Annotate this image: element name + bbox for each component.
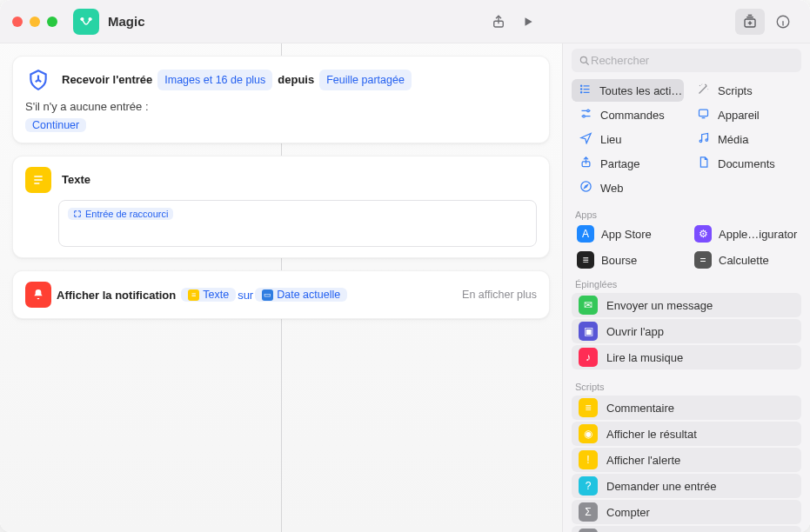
app-icon: A	[577, 225, 594, 243]
app-icon: ≡	[579, 398, 598, 417]
app-icon: !	[579, 450, 598, 469]
item-label: Afficher le résultat	[606, 428, 697, 441]
run-button[interactable]	[513, 9, 543, 35]
window-controls[interactable]	[12, 17, 57, 27]
category-safari[interactable]: Web	[572, 176, 684, 199]
action-text[interactable]: Texte Entrée de raccourci	[12, 156, 550, 258]
svg-point-15	[580, 182, 590, 191]
script-item[interactable]: ?Demander une entrée	[572, 474, 801, 498]
category-list[interactable]: Toutes les acti…	[572, 79, 684, 102]
svg-point-5	[580, 57, 586, 63]
script-item[interactable]: ΣCompter	[572, 500, 801, 524]
category-label: Lieu	[600, 133, 622, 146]
word-from: depuis	[278, 70, 314, 90]
item-label: App Store	[601, 228, 652, 241]
svg-point-1	[89, 17, 90, 19]
fullscreen-window-icon[interactable]	[47, 17, 57, 27]
app-icon: ♪	[579, 348, 598, 367]
text-variable-icon: ≡	[188, 289, 199, 301]
input-source-token[interactable]: Feuille partagée	[319, 70, 412, 91]
action-show-notification[interactable]: Afficher la notification ≡ Texte sur ▭ D…	[12, 270, 550, 319]
safari-icon	[579, 180, 592, 196]
script-item[interactable]: !Afficher l'alerte	[572, 448, 801, 472]
app-icon: ✉	[579, 296, 598, 315]
doc-icon	[696, 156, 710, 171]
close-window-icon[interactable]	[12, 17, 23, 27]
pinned-item[interactable]: ▣Ouvrir l'app	[572, 319, 801, 343]
section-pinned-label: Épinglées	[563, 274, 810, 291]
category-label: Scripts	[718, 84, 753, 97]
action-title-label: Texte	[62, 170, 90, 190]
svg-point-9	[586, 110, 589, 112]
date-variable-icon: ▭	[262, 289, 273, 301]
category-label: Web	[600, 182, 624, 195]
slider-icon	[579, 107, 592, 123]
action-receive-input[interactable]: Recevoir l'entrée Images et 16 de plus d…	[12, 56, 550, 143]
app-icon: Σ	[579, 502, 598, 522]
item-label: Envoyer un message	[606, 299, 713, 312]
pinned-item[interactable]: ✉Envoyer un message	[572, 293, 801, 317]
text-input-field[interactable]: Entrée de raccourci	[58, 200, 537, 247]
device-icon	[696, 107, 710, 123]
share-button[interactable]	[484, 9, 513, 35]
script-item[interactable]: ☰Choisir dans le menu	[572, 526, 801, 532]
item-label: Apple…igurator	[719, 228, 797, 241]
notification-text-token[interactable]: ≡ Texte	[181, 288, 236, 302]
app-item[interactable]: =Calculette	[689, 248, 801, 272]
category-label: Média	[718, 133, 748, 146]
app-icon: ?	[579, 476, 598, 495]
category-nav[interactable]: Lieu	[572, 128, 684, 150]
script-item[interactable]: ≡Commentaire	[572, 396, 801, 420]
action-title-label: Recevoir l'entrée	[62, 70, 152, 90]
svg-point-7	[581, 89, 582, 90]
item-label: Demander une entrée	[606, 480, 716, 493]
category-slider[interactable]: Commandes	[572, 103, 684, 126]
notification-icon	[25, 282, 51, 308]
input-types-token[interactable]: Images et 16 de plus	[157, 70, 272, 91]
minimize-window-icon[interactable]	[30, 17, 40, 27]
info-button[interactable]	[768, 9, 798, 35]
svg-point-13	[706, 139, 708, 142]
category-label: Documents	[718, 157, 775, 170]
app-icon: ≡	[577, 251, 594, 269]
app-icon: ☰	[579, 529, 598, 532]
token-text-label: Texte	[203, 289, 229, 301]
no-input-label: S'il n'y a aucune entrée :	[25, 100, 537, 113]
category-music[interactable]: Média	[689, 128, 801, 150]
item-label: Calculette	[719, 254, 769, 267]
category-label: Toutes les acti…	[599, 84, 682, 97]
no-input-behaviour-token[interactable]: Continuer	[25, 118, 86, 132]
svg-point-8	[581, 92, 582, 93]
category-device[interactable]: Appareil	[689, 103, 801, 126]
shortcut-input-variable-token[interactable]: Entrée de raccourci	[68, 208, 173, 220]
category-doc[interactable]: Documents	[689, 152, 801, 175]
section-apps-label: Apps	[563, 204, 810, 222]
search-input[interactable]	[591, 54, 794, 67]
item-label: Compter	[606, 506, 650, 519]
app-item[interactable]: ≡Bourse	[572, 248, 684, 272]
search-icon	[579, 55, 591, 67]
search-field[interactable]	[572, 49, 801, 72]
category-label: Partage	[600, 157, 640, 170]
item-label: Commentaire	[606, 402, 674, 415]
receive-input-icon	[25, 67, 51, 93]
item-label: Bourse	[601, 254, 637, 267]
app-icon: ⚙	[694, 225, 712, 243]
list-icon	[579, 83, 592, 98]
app-item[interactable]: ⚙Apple…igurator	[689, 222, 801, 246]
app-item[interactable]: AApp Store	[572, 222, 684, 246]
category-share[interactable]: Partage	[572, 152, 684, 175]
item-label: Afficher l'alerte	[606, 454, 680, 467]
pinned-item[interactable]: ♪Lire la musique	[572, 345, 801, 369]
word-on: sur	[238, 289, 253, 302]
share-icon	[579, 156, 592, 171]
variable-label: Entrée de raccourci	[85, 209, 168, 219]
svg-rect-11	[699, 110, 707, 116]
category-wand[interactable]: Scripts	[689, 79, 801, 102]
library-toggle-button[interactable]	[735, 9, 765, 35]
notification-date-token[interactable]: ▭ Date actuelle	[255, 288, 347, 302]
app-icon: ◉	[579, 424, 598, 443]
script-item[interactable]: ◉Afficher le résultat	[572, 422, 801, 446]
show-more-button[interactable]: En afficher plus	[462, 289, 537, 301]
action-title-label: Afficher la notification	[57, 289, 176, 302]
